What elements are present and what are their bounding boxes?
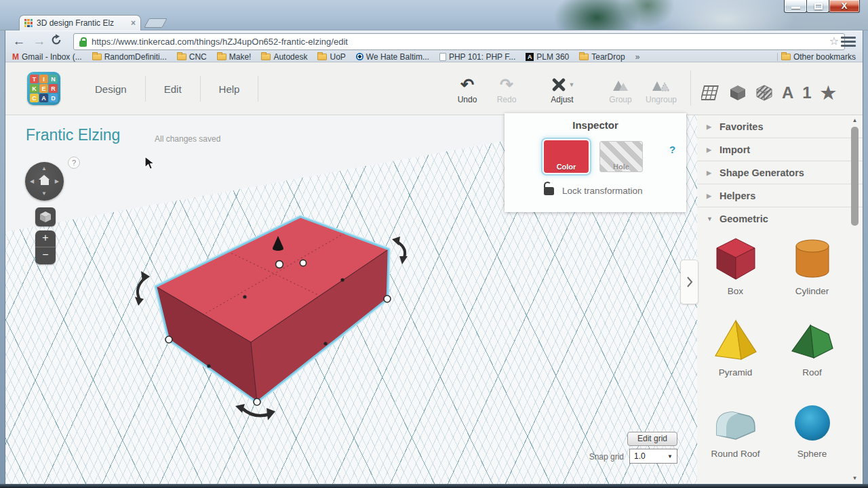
workplane-tool-icon[interactable] [701,84,720,102]
rotate-arrow-bottom[interactable] [235,404,275,420]
shape-cylinder[interactable]: Cylinder [777,235,848,316]
undo-button[interactable]: Undo [446,76,488,104]
chevron-collapsed-icon [707,192,711,199]
chrome-menu-icon[interactable] [841,37,856,47]
tinkercad-page: T I N K E R C A D Design Edit Help Undo [5,62,863,484]
new-tab-button[interactable] [144,18,167,28]
shape-roof[interactable]: Roof [777,316,848,397]
sidebar-section-favorites[interactable]: Favorites [697,115,863,138]
redo-icon [486,76,528,94]
plm-favicon-icon [526,53,534,61]
shape-round-roof[interactable]: Round Roof [701,397,771,479]
bookmark-label: We Hate Baltim... [366,52,429,62]
chevron-expanded-icon [707,216,713,222]
pyramid-shape-icon [711,316,760,365]
site-favicon-icon [356,53,363,60]
folder-icon [177,54,186,60]
shape-pyramid[interactable]: Pyramid [701,316,771,397]
menu-help[interactable]: Help [201,76,259,102]
text-tool-icon[interactable] [782,84,793,102]
scale-handle-dot[interactable] [207,364,210,367]
sidebar-collapse-handle[interactable] [680,260,698,304]
back-button[interactable]: ← [9,33,28,50]
hole-swatch[interactable]: Hole [599,141,643,172]
scrollbar-thumb[interactable] [851,127,859,226]
window-titlebar[interactable]: X 3D design Frantic Elz × [0,0,868,30]
shape-sphere[interactable]: Sphere [777,397,848,479]
sidebar-section-geometric[interactable]: Geometric [697,207,863,230]
corner-handle[interactable] [165,336,172,343]
bookmark-star-icon[interactable]: ☆ [829,35,839,47]
corner-handle[interactable] [384,296,391,302]
ungroup-button[interactable]: Ungroup [639,76,684,104]
number-tool-icon[interactable] [802,84,811,102]
sidebar-scrollbar[interactable]: ▲ ▼ [850,116,860,483]
sidebar-section-shape-generators[interactable]: Shape Generators [697,161,863,184]
folder-icon [92,54,102,60]
bookmark-label: PLM 360 [536,52,569,62]
menu-edit[interactable]: Edit [146,76,201,102]
scale-handle-dot[interactable] [340,278,344,281]
url-text[interactable]: https://www.tinkercad.com/things/hZJ4upO… [92,37,825,47]
browser-toolbar: ← → https://www.tinkercad.com/things/hZJ… [5,30,863,52]
folder-icon [261,54,271,60]
forward-button[interactable]: → [30,33,49,50]
bookmarks-overflow-button[interactable]: » [635,52,640,62]
inspector-panel: Inspector Color Hole ? Lock transformati… [505,113,686,212]
favorites-tool-icon[interactable] [821,84,836,102]
sidebar-section-helpers[interactable]: Helpers [697,184,863,207]
lock-transformation-label: Lock transformation [562,186,643,196]
menu-design[interactable]: Design [76,76,146,102]
close-button[interactable]: X [829,0,860,13]
chevron-collapsed-icon [707,169,711,176]
bookmark-folder[interactable]: TearDrop [579,52,625,62]
top-handle[interactable] [276,261,283,268]
bookmark-page[interactable]: PHP 101: PHP F... [439,52,515,62]
shape-box[interactable]: Box [701,235,771,316]
bookmark-folder[interactable]: CNC [177,52,207,62]
page-icon [439,53,446,61]
color-swatch-selected[interactable]: Color [544,140,589,173]
other-bookmarks-label: Other bookmarks [793,52,856,62]
https-lock-icon[interactable] [79,41,87,47]
bookmark-plm[interactable]: PLM 360 [526,52,569,62]
bookmark-label: Make! [229,52,252,62]
lock-transformation-toggle[interactable]: Lock transformation [544,182,643,196]
bookmarks-bar: MGmail - Inbox (... RandomDefiniti... CN… [5,52,863,62]
bookmark-gmail[interactable]: MGmail - Inbox (... [12,52,82,62]
hole-box-tool-icon[interactable] [755,84,773,102]
scale-handle-dot[interactable] [323,342,327,345]
bookmark-label: CNC [189,52,207,62]
bookmark-folder[interactable]: Autodesk [261,52,307,62]
scroll-down-icon[interactable]: ▼ [850,474,860,483]
maximize-button[interactable] [806,0,829,13]
rotate-arrow-right[interactable] [392,237,408,264]
corner-handle[interactable] [254,399,260,405]
window-frame-left [0,30,5,484]
inspector-help-button[interactable]: ? [669,144,675,155]
other-bookmarks-button[interactable]: Other bookmarks [781,52,856,62]
redo-button[interactable]: Redo [486,76,528,104]
bookmark-site[interactable]: We Hate Baltim... [356,52,429,62]
sidebar-section-import[interactable]: Import [697,138,863,161]
bookmark-folder[interactable]: UoP [317,52,345,62]
round-roof-shape-icon [711,397,760,446]
group-button[interactable]: Group [599,76,642,104]
chevron-right-icon [686,276,693,288]
solid-box-tool-icon[interactable] [729,84,747,102]
adjust-button[interactable]: ▼ Adjust [541,76,583,104]
scale-handle-dot[interactable] [243,295,246,298]
scroll-up-icon[interactable]: ▲ [850,116,860,125]
minimize-button[interactable] [784,0,807,13]
geometric-shapes-grid: Box Cylinder Pyramid [697,235,850,479]
bookmark-folder[interactable]: RandomDefiniti... [92,52,167,62]
tab-close-icon[interactable]: × [131,19,136,27]
browser-tab[interactable]: 3D design Frantic Elz × [19,15,141,30]
bookmark-folder[interactable]: Make! [217,52,252,62]
mouse-cursor [144,156,155,171]
reload-button[interactable] [50,34,69,46]
tinkercad-logo[interactable]: T I N K E R C A D [27,72,60,105]
rotate-arrow-left[interactable] [135,271,150,306]
top-handle[interactable] [300,260,306,266]
address-bar[interactable]: https://www.tinkercad.com/things/hZJ4upO… [73,33,845,50]
